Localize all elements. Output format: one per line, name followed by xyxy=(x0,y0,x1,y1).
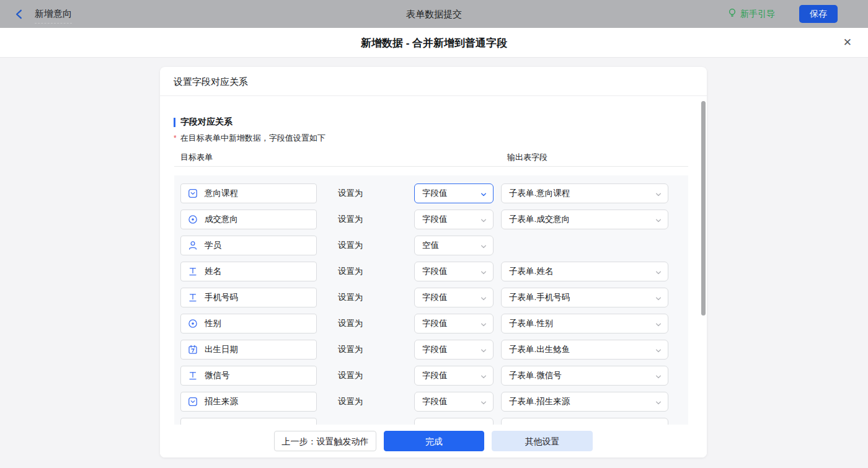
previous-step-button[interactable]: 上一步：设置触发动作 xyxy=(274,431,376,451)
value-type-select[interactable]: 字段值 xyxy=(414,340,494,360)
chevron-down-icon xyxy=(655,268,662,275)
person-field-icon xyxy=(188,241,198,250)
target-field-label: 招生来源 xyxy=(205,396,238,407)
field-rows: 意向课程 设置为 字段值 子表单.意向课程 成交意向 设置为 字段值 子表单.成… xyxy=(174,175,688,425)
output-field-select[interactable]: 子表单.成交意向 xyxy=(501,210,668,229)
output-field-select[interactable]: 子表单.出生鲶鱼 xyxy=(501,340,668,360)
target-field-box[interactable]: 性别 xyxy=(180,314,317,333)
radio-field-icon xyxy=(188,214,198,224)
output-field-selected: 子表单.性别 xyxy=(502,314,668,333)
target-field-label: 学员 xyxy=(205,240,221,251)
target-field-box[interactable] xyxy=(180,418,317,425)
column-header-target: 目标表单 xyxy=(180,152,213,163)
field-mapping-card: 设置字段对应关系 字段对应关系 *在目标表单中新增数据，字段值设置如下 目标表单… xyxy=(160,67,707,457)
output-field-selected: 子表单.姓名 xyxy=(502,262,668,281)
value-type-select[interactable]: 空值 xyxy=(414,236,494,255)
field-mapping-row: 微信号 设置为 字段值 子表单.微信号 xyxy=(174,366,688,386)
dialog-title: 新增数据 - 合并新增到普通字段 xyxy=(0,36,868,50)
required-asterisk: * xyxy=(174,134,177,143)
header-divider xyxy=(174,166,688,167)
target-field-box[interactable]: 学员 xyxy=(180,236,317,255)
field-mapping-row xyxy=(174,418,688,425)
set-to-label: 设置为 xyxy=(338,210,363,229)
target-field-label: 姓名 xyxy=(205,266,221,277)
vertical-scrollbar-thumb[interactable] xyxy=(701,101,706,316)
output-field-select[interactable]: 子表单.微信号 xyxy=(501,366,668,386)
value-type-select[interactable]: 字段值 xyxy=(414,183,494,203)
chevron-down-icon xyxy=(480,346,487,353)
output-field-select[interactable]: 子表单.手机号码 xyxy=(501,288,668,307)
card-footer: 上一步：设置触发动作 完成 其他设置 xyxy=(160,425,707,457)
field-mapping-row: 学员 设置为 空值 xyxy=(174,236,688,255)
set-to-label: 设置为 xyxy=(338,288,363,307)
value-type-select[interactable]: 字段值 xyxy=(414,314,494,333)
target-field-box[interactable]: 姓名 xyxy=(180,262,317,281)
text-field-icon xyxy=(188,293,198,302)
target-field-box[interactable]: 成交意向 xyxy=(180,210,317,229)
target-field-box[interactable]: 招生来源 xyxy=(180,392,317,412)
field-mapping-row: 性别 设置为 字段值 子表单.性别 xyxy=(174,314,688,333)
chevron-down-icon xyxy=(655,216,662,223)
hint-text: 在目标表单中新增数据，字段值设置如下 xyxy=(180,133,326,143)
output-field-select[interactable]: 子表单.性别 xyxy=(501,314,668,333)
topbar: 新增意向 表单数据提交 新手引导 保存 xyxy=(0,0,868,28)
field-mapping-row: 意向课程 设置为 字段值 子表单.意向课程 xyxy=(174,183,688,203)
section-title-text: 字段对应关系 xyxy=(180,117,232,128)
target-field-label: 意向课程 xyxy=(205,188,238,199)
text-field-icon xyxy=(188,267,198,276)
column-header-output: 输出表字段 xyxy=(507,152,547,163)
set-to-label: 设置为 xyxy=(338,262,363,281)
chevron-down-icon xyxy=(655,190,662,197)
target-field-box[interactable]: 出生日期 xyxy=(180,340,317,360)
field-mapping-row: 姓名 设置为 字段值 子表单.姓名 xyxy=(174,262,688,281)
beginner-guide-link[interactable]: 新手引导 xyxy=(728,8,775,20)
chevron-down-icon xyxy=(655,320,662,327)
section-title: 字段对应关系 xyxy=(174,117,232,128)
output-field-selected: 子表单.手机号码 xyxy=(502,288,668,307)
target-field-label: 手机号码 xyxy=(205,292,238,303)
output-field-select[interactable]: 子表单.姓名 xyxy=(501,262,668,281)
card-title: 设置字段对应关系 xyxy=(160,67,707,96)
target-field-label: 微信号 xyxy=(205,370,230,381)
chevron-down-icon xyxy=(480,294,487,301)
chevron-down-icon xyxy=(480,190,487,197)
chevron-down-icon xyxy=(480,372,487,379)
value-type-select[interactable]: 字段值 xyxy=(414,392,494,412)
target-field-box[interactable]: 手机号码 xyxy=(180,288,317,307)
save-button[interactable]: 保存 xyxy=(799,5,838,23)
required-hint: *在目标表单中新增数据，字段值设置如下 xyxy=(174,133,326,144)
target-field-label: 出生日期 xyxy=(205,344,238,355)
field-mapping-row: 出生日期 设置为 字段值 子表单.出生鲶鱼 xyxy=(174,340,688,360)
calendar-field-icon xyxy=(188,345,198,355)
chevron-down-icon xyxy=(480,242,487,249)
set-to-label: 设置为 xyxy=(338,366,363,386)
done-button[interactable]: 完成 xyxy=(384,431,484,451)
output-field-selected: 子表单.微信号 xyxy=(502,366,668,385)
field-mapping-row: 招生来源 设置为 字段值 子表单.招生来源 xyxy=(174,392,688,412)
chevron-down-icon xyxy=(480,268,487,275)
field-mapping-row: 手机号码 设置为 字段值 子表单.手机号码 xyxy=(174,288,688,307)
target-field-box[interactable]: 微信号 xyxy=(180,366,317,386)
value-type-select[interactable]: 字段值 xyxy=(414,210,494,229)
value-type-select[interactable]: 字段值 xyxy=(414,262,494,281)
value-type-select[interactable]: 字段值 xyxy=(414,366,494,386)
output-field-selected: 子表单.招生来源 xyxy=(502,392,668,411)
target-field-label: 性别 xyxy=(205,318,221,329)
chevron-down-icon xyxy=(655,294,662,301)
output-field-select[interactable]: 子表单.招生来源 xyxy=(501,392,668,412)
value-type-select[interactable] xyxy=(414,418,494,425)
close-icon[interactable]: ✕ xyxy=(843,35,852,50)
chevron-down-icon xyxy=(655,372,662,379)
output-field-select[interactable]: 子表单.意向课程 xyxy=(501,183,668,203)
other-settings-button[interactable]: 其他设置 xyxy=(492,431,593,451)
value-type-select[interactable]: 字段值 xyxy=(414,288,494,307)
output-field-selected: 子表单.成交意向 xyxy=(502,210,668,229)
target-field-box[interactable]: 意向课程 xyxy=(180,183,317,203)
beginner-guide-label: 新手引导 xyxy=(740,9,775,20)
set-to-label: 设置为 xyxy=(338,236,363,255)
output-field-selected: 子表单.意向课程 xyxy=(502,184,668,203)
output-field-select[interactable] xyxy=(501,418,668,425)
lightbulb-icon xyxy=(728,8,737,20)
chevron-down-icon xyxy=(480,398,487,405)
output-field-selected: 子表单.出生鲶鱼 xyxy=(502,340,668,359)
